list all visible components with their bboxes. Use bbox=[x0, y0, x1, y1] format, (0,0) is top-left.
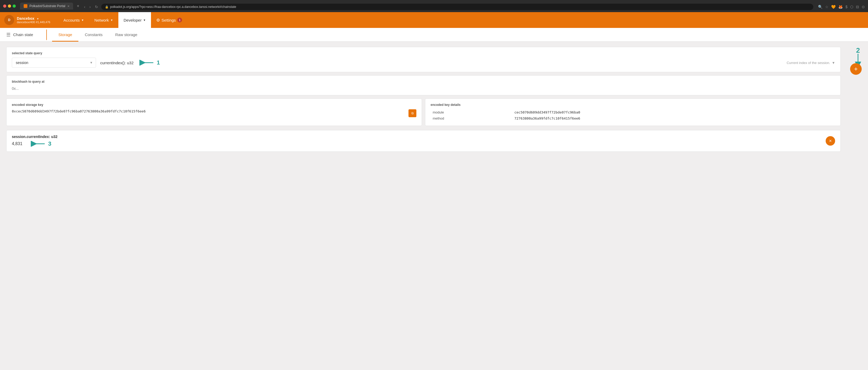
close-icon: × bbox=[829, 138, 832, 144]
brand-section[interactable]: D Dancebox ▼ dancebox/400 #1,449,476 bbox=[4, 15, 50, 25]
brand-subtitle: dancebox/400 #1,449,476 bbox=[17, 21, 50, 24]
copy-encoded-key-button[interactable]: ⧉ bbox=[408, 109, 416, 117]
encoded-storage-value-row: 0xcec5070d609dd3497f72bde07fc96ba0727638… bbox=[12, 109, 416, 117]
key-details-method-label: method bbox=[431, 115, 512, 121]
window-controls bbox=[3, 4, 16, 8]
gear-icon: ⚙ bbox=[156, 18, 160, 23]
lock-icon: 🔒 bbox=[105, 5, 108, 9]
tab-storage[interactable]: Storage bbox=[52, 28, 79, 41]
close-result-button[interactable]: × bbox=[826, 136, 835, 146]
main-content: 2 + selected state query session ▼ bbox=[0, 41, 868, 370]
tab-constants[interactable]: Constants bbox=[79, 28, 109, 41]
key-details-table: module cec5070d609dd3497f72bde07fc96ba0 … bbox=[431, 109, 835, 121]
extension-icon-2[interactable]: 🦊 bbox=[838, 5, 843, 9]
tab-storage-label: Storage bbox=[58, 32, 72, 37]
encoded-storage-card: encoded storage key 0xcec5070d609dd3497f… bbox=[6, 98, 422, 126]
blockhash-card: blockhash to query at bbox=[6, 75, 841, 95]
settings-nav-item[interactable]: ⚙ Settings 1 bbox=[151, 12, 187, 28]
profile-icon[interactable]: ⊙ bbox=[862, 5, 865, 9]
developer-nav-item[interactable]: Developer ▼ bbox=[118, 12, 151, 28]
module-select[interactable]: session bbox=[12, 58, 96, 68]
network-label: Network bbox=[94, 18, 109, 22]
key-details-method-row: method 72763800a36a99fdfc7c10f6415f6ee6 bbox=[431, 115, 835, 121]
blockhash-label: blockhash to query at bbox=[12, 80, 835, 84]
developer-dropdown-arrow: ▼ bbox=[143, 19, 146, 22]
tab-raw-storage[interactable]: Raw storage bbox=[109, 28, 144, 41]
add-query-button[interactable]: + bbox=[850, 63, 862, 75]
result-row: 4,831 3 bbox=[12, 140, 835, 147]
accounts-nav-item[interactable]: Accounts ▼ bbox=[58, 12, 89, 28]
accounts-label: Accounts bbox=[63, 18, 80, 22]
database-icon: ☰ bbox=[6, 32, 10, 38]
navbar: D Dancebox ▼ dancebox/400 #1,449,476 Acc… bbox=[0, 12, 868, 28]
key-details-method-value: 72763800a36a99fdfc7c10f6415f6ee6 bbox=[512, 115, 835, 121]
brand-dropdown-arrow: ▼ bbox=[37, 18, 39, 20]
method-display: currentIndex(): u32 1 bbox=[100, 59, 782, 66]
query-card: selected state query session ▼ currentIn… bbox=[6, 47, 841, 72]
description-dropdown-arrow: ▼ bbox=[832, 61, 835, 65]
encoded-row: encoded storage key 0xcec5070d609dd3497f… bbox=[6, 98, 841, 126]
module-select-wrapper: session ▼ bbox=[12, 58, 96, 68]
chain-state-label: Chain state bbox=[13, 32, 33, 37]
query-row: session ▼ currentIndex(): u32 1 bbox=[12, 58, 835, 68]
forward-button[interactable]: › bbox=[88, 4, 92, 10]
annotation-3-number: 3 bbox=[48, 140, 51, 147]
extension-icon-1[interactable]: 🧡 bbox=[831, 5, 836, 9]
nav-menu: Accounts ▼ Network ▼ Developer ▼ ⚙ Setti… bbox=[58, 12, 187, 28]
developer-label: Developer bbox=[124, 18, 142, 22]
zoom-icon[interactable]: 🔍 bbox=[818, 5, 823, 9]
description-area: Current index of the session. ▼ bbox=[787, 61, 835, 65]
encoded-key-details-label: encoded key details bbox=[431, 103, 835, 107]
result-card: session.currentIndex: u32 4,831 3 × bbox=[6, 130, 841, 152]
annotation-3-container: 3 bbox=[30, 140, 51, 147]
copy-icon: ⧉ bbox=[411, 111, 414, 115]
chain-state-section: ☰ Chain state bbox=[6, 32, 38, 38]
sub-nav-divider bbox=[46, 29, 47, 40]
browser-tab[interactable]: Polkadot/Substrate Portal ✕ bbox=[20, 3, 73, 9]
tab-close-btn[interactable]: ✕ bbox=[67, 5, 69, 8]
address-bar-row: ‹ › ↻ 🔒 polkadot.js.org/apps/?rpc=wss://… bbox=[83, 4, 865, 10]
method-label: currentIndex(): u32 bbox=[100, 61, 134, 65]
bookmark-icon[interactable]: ☆ bbox=[825, 5, 829, 9]
sub-nav: ☰ Chain state Storage Constants Raw stor… bbox=[0, 28, 868, 41]
close-window-btn[interactable] bbox=[3, 4, 6, 8]
back-button[interactable]: ‹ bbox=[83, 4, 86, 10]
accounts-dropdown-arrow: ▼ bbox=[81, 19, 84, 22]
brand-info: Dancebox ▼ dancebox/400 #1,449,476 bbox=[17, 16, 50, 24]
tab-title: Polkadot/Substrate Portal bbox=[29, 4, 65, 8]
encoded-storage-label: encoded storage key bbox=[12, 103, 416, 107]
settings-badge: 1 bbox=[177, 18, 182, 22]
brand-name: Dancebox ▼ bbox=[17, 16, 50, 21]
encoded-storage-value: 0xcec5070d609dd3497f72bde07fc96ba0727638… bbox=[12, 109, 146, 113]
minimize-window-btn[interactable] bbox=[8, 4, 11, 8]
encoded-key-details-card: encoded key details module cec5070d609dd… bbox=[425, 98, 841, 126]
extension-icon-3[interactable]: $ bbox=[845, 5, 847, 9]
key-details-module-row: module cec5070d609dd3497f72bde07fc96ba0 bbox=[431, 109, 835, 115]
browser-chrome: Polkadot/Substrate Portal ✕ + ‹ › ↻ 🔒 po… bbox=[0, 0, 868, 12]
brand-initials: D bbox=[8, 18, 10, 22]
key-details-module-value: cec5070d609dd3497f72bde07fc96ba0 bbox=[512, 109, 835, 115]
tab-constants-label: Constants bbox=[85, 32, 102, 37]
annotation-1-inline: 1 bbox=[139, 59, 160, 66]
browser-actions: 🔍 ☆ 🧡 🦊 $ ⬡ ⊟ ⊙ bbox=[818, 5, 865, 9]
key-details-module-label: module bbox=[431, 109, 512, 115]
reload-button[interactable]: ↻ bbox=[94, 4, 99, 10]
address-bar[interactable]: 🔒 polkadot.js.org/apps/?rpc=wss://fraa-d… bbox=[101, 4, 813, 10]
network-dropdown-arrow: ▼ bbox=[111, 19, 113, 22]
url-text: polkadot.js.org/apps/?rpc=wss://fraa-dan… bbox=[110, 5, 236, 9]
settings-label: Settings bbox=[161, 18, 176, 22]
blockhash-input[interactable] bbox=[12, 86, 835, 91]
maximize-window-btn[interactable] bbox=[12, 4, 16, 8]
sub-nav-tabs: Storage Constants Raw storage bbox=[52, 28, 144, 41]
annotation-1-number: 1 bbox=[157, 59, 160, 66]
extension-icon-5[interactable]: ⊟ bbox=[856, 5, 859, 9]
query-card-label: selected state query bbox=[12, 51, 835, 55]
result-title: session.currentIndex: u32 bbox=[12, 135, 835, 139]
tab-raw-storage-label: Raw storage bbox=[115, 32, 137, 37]
brand-avatar: D bbox=[4, 15, 14, 25]
tab-favicon bbox=[24, 4, 27, 8]
network-nav-item[interactable]: Network ▼ bbox=[89, 12, 118, 28]
extension-icon-4[interactable]: ⬡ bbox=[850, 5, 853, 9]
description-text: Current index of the session. bbox=[787, 61, 830, 65]
new-tab-button[interactable]: + bbox=[75, 4, 81, 8]
